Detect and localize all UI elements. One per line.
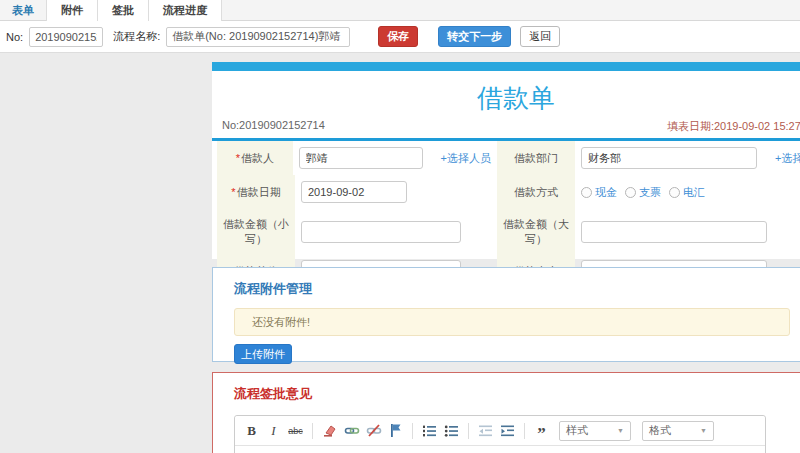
loan-form-panel: 借款单 No:20190902152714 填表日期:2019-09-02 15… [212,62,800,259]
decrease-indent-icon[interactable] [477,422,494,440]
radio-circle-icon[interactable] [625,187,636,198]
panel-top-accent-bar [212,62,800,71]
loan-date-input[interactable] [301,181,407,203]
tab-approval[interactable]: 签批 [97,0,149,21]
form-meta-row: No:20190902152714 填表日期:2019-09-02 15:27:… [212,117,800,138]
editor-content-area[interactable] [235,446,765,453]
toolbar-separator [312,423,313,439]
increase-indent-icon[interactable] [499,422,516,440]
flow-name-label: 流程名称: [113,29,160,44]
upload-attachment-button[interactable]: 上传附件 [234,344,292,364]
toolbar-separator [524,423,525,439]
toolbar-separator [412,423,413,439]
form-title: 借款单 [212,81,800,117]
tab-form[interactable]: 表单 [0,0,46,21]
chevron-down-icon: ▼ [700,427,707,434]
italic-icon[interactable]: I [265,422,282,440]
loan-method-label: 借款方式 [497,175,575,209]
amount-uppercase-label: 借款金额（大写） [497,209,575,255]
select-person-link[interactable]: +选择人员 [441,151,491,166]
required-marker: * [236,152,240,164]
editor-toolbar: B I abc [235,416,765,446]
no-input[interactable] [29,27,103,47]
radio-check[interactable]: 支票 [625,185,661,200]
toolbar-separator [468,423,469,439]
chevron-down-icon: ▼ [617,427,624,434]
tab-strip: 表单 附件 签批 流程进度 [0,0,800,21]
radio-circle-icon[interactable] [581,187,592,198]
toolbar: No: 流程名称: 保存 转交下一步 返回 [0,21,800,53]
anchor-flag-icon[interactable] [387,422,404,440]
no-attachment-alert: 还没有附件! [234,308,790,336]
attachment-panel: 流程附件管理 还没有附件! 上传附件 [212,267,800,362]
rich-text-editor: B I abc [234,415,766,453]
unlink-icon[interactable] [365,422,382,440]
loan-method-radio-group: 现金 支票 电汇 [581,185,705,200]
department-input[interactable] [581,147,757,169]
required-marker: * [231,186,235,198]
forward-next-step-button[interactable]: 转交下一步 [438,26,511,47]
bulleted-list-icon[interactable] [443,422,460,440]
borrower-label: *借款人 [217,141,293,175]
flow-name-input[interactable] [166,27,350,47]
loan-date-label: *借款日期 [217,175,295,209]
tab-attachments[interactable]: 附件 [46,0,98,21]
link-icon[interactable] [343,422,360,440]
back-button[interactable]: 返回 [520,26,560,47]
amount-lowercase-label: 借款金额（小写） [217,209,295,255]
bold-icon[interactable]: B [243,422,260,440]
department-label: 借款部门 [497,141,575,175]
tab-process-progress[interactable]: 流程进度 [148,0,222,21]
approval-panel: 流程签批意见 B I abc [212,372,800,453]
form-grid: *借款人 +选择人员 借款部门 +选择部门 *借款日期 借款方式 [212,141,800,287]
approval-heading: 流程签批意见 [234,385,800,403]
form-number: No:20190902152714 [222,119,325,134]
save-button[interactable]: 保存 [378,26,418,47]
no-label: No: [6,31,23,43]
fill-date: 填表日期:2019-09-02 15:27:1 [667,119,800,134]
format-dropdown[interactable]: 格式 ▼ [642,421,714,441]
attachment-heading: 流程附件管理 [234,280,800,298]
strikethrough-icon[interactable]: abc [287,422,304,440]
borrower-input[interactable] [299,147,423,169]
amount-uppercase-input[interactable] [581,221,767,243]
radio-circle-icon[interactable] [669,187,680,198]
remove-format-icon[interactable] [321,422,338,440]
blockquote-icon[interactable]: ” [533,422,550,440]
select-department-link[interactable]: +选择部门 [775,151,800,166]
numbered-list-icon[interactable] [421,422,438,440]
radio-wire-transfer[interactable]: 电汇 [669,185,705,200]
radio-cash[interactable]: 现金 [581,185,617,200]
styles-dropdown[interactable]: 样式 ▼ [559,421,631,441]
amount-lowercase-input[interactable] [301,221,461,243]
